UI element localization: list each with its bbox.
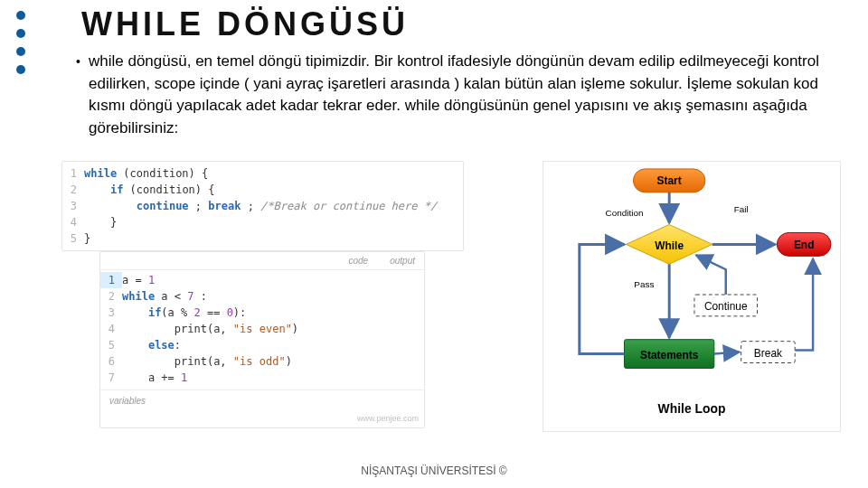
body-paragraph: • while döngüsü, en temel döngü tipimizd… [89, 51, 841, 140]
code-line: } [84, 230, 90, 247]
bullet-icon: • [76, 52, 80, 70]
code-line: } [84, 214, 117, 230]
node-start: Start [657, 174, 682, 187]
line-number: 7 [100, 370, 122, 386]
line-number: 3 [100, 305, 122, 321]
node-end: End [794, 239, 815, 251]
code-line: while a < 7 : [122, 288, 207, 305]
node-while: While [655, 239, 684, 252]
code-footer: variables [100, 389, 424, 411]
diagram-caption: While Loop [658, 401, 726, 416]
line-number: 4 [62, 214, 84, 230]
line-number: 5 [100, 337, 122, 353]
code-line: if (condition) { [84, 182, 215, 198]
tab-code: code [349, 254, 369, 267]
code-line: continue ; break ; /*Break or continue h… [84, 198, 437, 214]
node-continue: Continue [704, 300, 748, 313]
label-pass: Pass [634, 279, 654, 289]
code-line: a = 1 [122, 272, 155, 288]
label-fail: Fail [734, 204, 749, 214]
line-number: 4 [100, 321, 122, 337]
footer: NİŞANTAŞI ÜNİVERSİTESİ © [0, 465, 868, 477]
line-number: 2 [62, 182, 84, 198]
line-number: 3 [62, 198, 84, 214]
code-line: while (condition) { [84, 165, 208, 182]
code-snippet-example: code output 1a = 1 2while a < 7 : 3 if(a… [99, 251, 425, 428]
tab-output: output [390, 254, 415, 267]
code-line: else: [122, 337, 181, 353]
code-line: a += 1 [122, 370, 187, 386]
page-title: WHILE DÖNGÜSÜ [81, 5, 409, 43]
code-snippet-generic: 1while (condition) { 2 if (condition) { … [61, 161, 464, 251]
node-statements: Statements [640, 349, 699, 361]
code-tabs: code output [100, 252, 424, 270]
line-number: 6 [100, 353, 122, 370]
line-number: 5 [62, 230, 84, 247]
code-line: print(a, "is even") [122, 321, 298, 337]
code-line: print(a, "is odd") [122, 353, 292, 370]
line-number: 1 [100, 272, 122, 288]
code-line: if(a % 2 == 0): [122, 305, 246, 321]
watermark: www.penjee.com [100, 411, 424, 427]
line-number: 2 [100, 288, 122, 305]
paragraph-text: while döngüsü, en temel döngü tipimizdir… [89, 52, 819, 136]
label-condition: Condition [606, 208, 644, 218]
line-number: 1 [62, 165, 84, 182]
node-break: Break [754, 347, 782, 360]
accent-dots [16, 11, 25, 74]
flowchart: Start Condition While Fail End Pass Cont… [542, 161, 841, 432]
